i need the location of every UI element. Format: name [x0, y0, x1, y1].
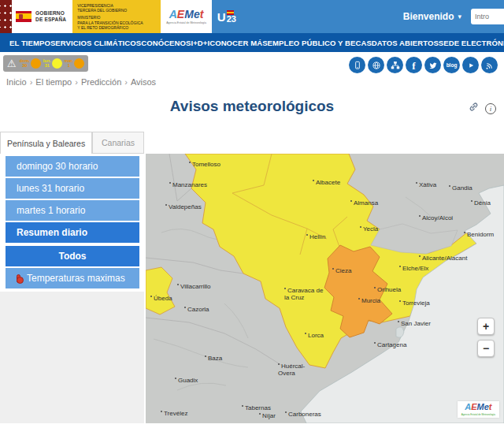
sidebar-button[interactable]: Temperaturas maximas [6, 268, 139, 288]
map-canvas [146, 154, 504, 423]
aemet-logo[interactable]: AEMet Agencia Estatal de Meteorología [161, 0, 212, 33]
alerts-summary-pill: ⚠ dom.30lun.31mar.1 [3, 55, 88, 72]
aemet-logo-text: AEMet [169, 9, 204, 20]
alert-day-mar[interactable]: mar.1 [65, 58, 84, 69]
government-name: GOBIERNO DE ESPAÑA [35, 10, 66, 23]
breadcrumb-separator: › [30, 77, 33, 87]
info-icon[interactable]: i [485, 103, 496, 114]
zoom-out-button[interactable]: − [477, 340, 495, 357]
nav-item[interactable]: SEDE ELECTRÓNICA [439, 39, 504, 47]
social-links: f blog [349, 57, 498, 73]
blog-icon[interactable]: blog [443, 57, 460, 73]
sidebar-filter-buttons: TodosTemperaturas maximas [6, 246, 139, 290]
region-tabs: Península y Baleares Canarias [0, 132, 144, 154]
main-nav: EL TIEMPOSERVICIOS CLIMÁTICOSCONÓCENOSI+… [0, 33, 504, 52]
thermometer-icon [17, 274, 20, 283]
alert-level-circle-orange [31, 58, 41, 69]
eu-presidency-logo: U 23 [217, 0, 236, 33]
sidebar-day-buttons: domingo 30 horariolunes 31 horariomartes… [6, 156, 139, 244]
breadcrumb-item[interactable]: Inicio [6, 77, 27, 87]
spain-flag-icon [16, 11, 32, 22]
facebook-icon[interactable]: f [406, 57, 422, 73]
breadcrumb-item[interactable]: El tiempo [35, 77, 72, 87]
aemet-watermark-text: AEMet [461, 403, 495, 411]
rss-icon[interactable] [481, 57, 498, 73]
nav-item[interactable]: SERVICIOS CLIMÁTICOS [50, 39, 141, 47]
twitter-icon[interactable] [424, 57, 441, 73]
alert-day-lun[interactable]: lun.31 [43, 58, 62, 69]
sidebar-lower-panel [0, 292, 144, 423]
page-title: Avisos meteorológicos [170, 98, 334, 114]
nav-item[interactable]: DATOS ABIERTOS [372, 39, 439, 47]
breadcrumb-item[interactable]: Avisos [131, 77, 156, 87]
alert-day-label: mar.1 [65, 59, 73, 69]
mobile-icon[interactable] [349, 57, 365, 73]
alert-level-circle-orange [74, 58, 84, 69]
site-header: GOBIERNO DE ESPAÑA VICEPRESIDENCIA TERCE… [0, 0, 504, 33]
permalink-icon[interactable] [468, 101, 480, 116]
breadcrumb-separator: › [124, 77, 128, 87]
youtube-icon[interactable] [462, 57, 479, 73]
warnings-map[interactable]: + − AEMet Agencia Estatal de Meteorologí… [146, 154, 504, 423]
nav-item[interactable]: EL TIEMPO [9, 39, 50, 47]
aemet-avisos-page: GOBIERNO DE ESPAÑA VICEPRESIDENCIA TERCE… [0, 0, 504, 428]
nav-item[interactable]: CONOCER MÁS [209, 39, 267, 47]
alert-day-dom[interactable]: dom.30 [20, 58, 41, 69]
map-zoom-controls: + − [477, 318, 495, 357]
nav-item[interactable]: CONÓCENOS [141, 39, 191, 47]
tab-canarias[interactable]: Canarias [92, 132, 144, 154]
warning-triangle-icon: ⚠ [7, 58, 17, 69]
aemet-tagline: Agencia Estatal de Meteorología [166, 21, 206, 24]
breadcrumb-separator: › [75, 77, 78, 87]
alert-level-circle-yellow [52, 58, 62, 69]
nav-item[interactable]: I+D+I [191, 39, 209, 47]
sidebar-button[interactable]: Todos [6, 246, 139, 266]
breadcrumb: Inicio›El tiempo›Predicción›Avisos [6, 77, 156, 87]
search-input[interactable] [471, 9, 504, 24]
alert-day-label: dom.30 [20, 59, 30, 69]
nav-item[interactable]: EMPLEO PÚBLICO Y BECAS [268, 39, 372, 47]
breadcrumb-item[interactable]: Predicción [81, 77, 121, 87]
sidebar-button[interactable]: lunes 31 horario [6, 178, 139, 199]
tab-peninsula-baleares[interactable]: Península y Baleares [0, 132, 92, 154]
ministry-label: VICEPRESIDENCIA TERCERA DEL GOBIERNO MIN… [72, 0, 161, 33]
alert-day-label: lun.31 [43, 59, 51, 69]
sitemap-icon[interactable] [387, 57, 403, 73]
zoom-in-button[interactable]: + [477, 318, 495, 335]
government-pleca [0, 0, 12, 33]
globe-icon[interactable] [368, 57, 384, 73]
sidebar-button[interactable]: Resumen diario [6, 222, 139, 243]
sidebar-button[interactable]: domingo 30 horario [6, 156, 139, 177]
welcome-menu[interactable]: Bienvenido [403, 11, 454, 22]
government-logo[interactable]: GOBIERNO DE ESPAÑA [12, 0, 72, 33]
aemet-watermark: AEMet Agencia Estatal de Meteorología [458, 401, 499, 418]
chevron-down-icon[interactable]: ▾ [458, 13, 461, 20]
sidebar-button[interactable]: martes 1 horario [6, 200, 139, 221]
